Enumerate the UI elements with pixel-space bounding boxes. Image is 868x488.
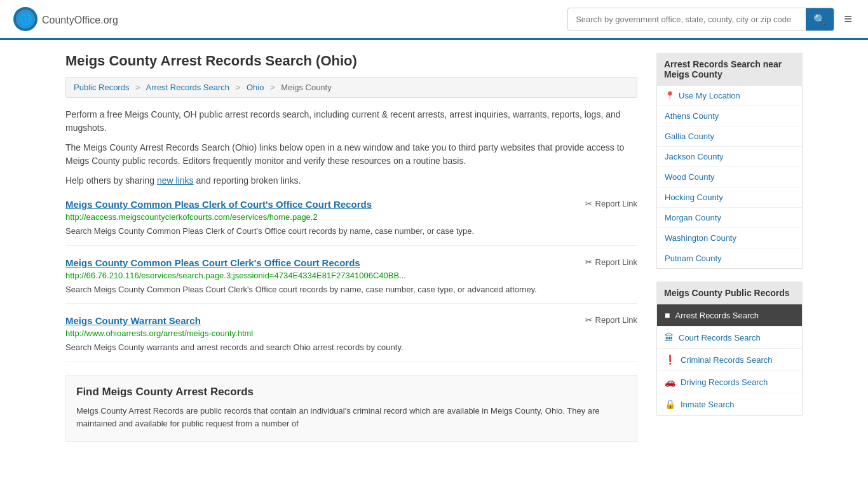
driving-icon: 🚗 [665,377,675,387]
breadcrumb-public-records[interactable]: Public Records [74,83,129,92]
scissors-icon-3: ✂ [585,315,592,325]
result-item-1: Meigs County Common Pleas Clerk of Court… [65,199,637,246]
breadcrumb-sep-2: > [236,83,241,92]
breadcrumb: Public Records > Arrest Records Search >… [65,77,637,98]
breadcrumb-sep-1: > [135,83,140,92]
nearby-section: Arrest Records Search near Meigs County … [656,53,803,269]
result-url-2: http://66.76.210.116/eservices/search.pa… [65,271,637,280]
report-link-3[interactable]: ✂ Report Link [585,315,637,325]
find-section: Find Meigs County Arrest Records Meigs C… [65,375,637,442]
nearby-county-0[interactable]: Athens County [657,106,802,126]
criminal-icon: ❗ [665,355,675,365]
record-item-inmate[interactable]: 🔒 Inmate Search [657,393,802,415]
public-records-heading: Meigs County Public Records [656,281,803,304]
header: 🌐 CountyOffice.org 🔍 ≡ [0,0,868,40]
hamburger-icon[interactable]: ≡ [841,8,855,30]
scissors-icon-1: ✂ [585,199,592,208]
result-desc-2: Search Meigs County Common Pleas Court C… [65,283,637,296]
inmate-icon: 🔒 [665,399,675,409]
find-section-title: Find Meigs County Arrest Records [76,386,627,398]
search-input[interactable] [568,10,806,29]
result-title-3[interactable]: Meigs County Warrant Search [65,315,201,326]
result-title-2[interactable]: Meigs County Common Pleas Court Clerk's … [65,257,360,268]
breadcrumb-ohio[interactable]: Ohio [247,83,264,92]
nearby-county-7[interactable]: Putnam County [657,248,802,268]
content-area: Meigs County Arrest Records Search (Ohio… [65,53,637,442]
sidebar: Arrest Records Search near Meigs County … [656,53,803,442]
nearby-county-2[interactable]: Jackson County [657,147,802,167]
logo-text: CountyOffice.org [42,12,118,27]
record-item-criminal[interactable]: ❗ Criminal Records Search [657,349,802,371]
sidebar-records: ■ Arrest Records Search 🏛 Court Records … [656,304,803,416]
nearby-county-3[interactable]: Wood County [657,167,802,187]
breadcrumb-current: Meigs County [281,83,331,92]
find-section-text: Meigs County Arrest Records are public r… [76,405,627,431]
breadcrumb-arrest-records[interactable]: Arrest Records Search [146,83,230,92]
new-links-link[interactable]: new links [157,175,194,186]
search-button[interactable]: 🔍 [806,8,834,30]
description-1: Perform a free Meigs County, OH public a… [65,108,637,135]
header-right: 🔍 ≡ [567,8,855,31]
nearby-heading: Arrest Records Search near Meigs County [656,53,803,86]
result-header-3: Meigs County Warrant Search ✂ Report Lin… [65,315,637,326]
court-icon: 🏛 [665,332,674,342]
description-3: Help others by sharing new links and rep… [65,174,637,187]
main-container: Meigs County Arrest Records Search (Ohio… [53,40,815,454]
result-header-2: Meigs County Common Pleas Court Clerk's … [65,257,637,268]
result-desc-1: Search Meigs County Common Pleas Clerk o… [65,225,637,238]
use-my-location-link[interactable]: 📍 Use My Location [657,86,802,106]
nearby-county-4[interactable]: Hocking County [657,187,802,208]
result-header-1: Meigs County Common Pleas Clerk of Court… [65,199,637,210]
search-bar: 🔍 [567,8,834,31]
record-item-arrest[interactable]: ■ Arrest Records Search [657,304,802,327]
logo-area: 🌐 CountyOffice.org [13,6,118,32]
result-title-1[interactable]: Meigs County Common Pleas Clerk of Court… [65,199,372,210]
record-item-driving[interactable]: 🚗 Driving Records Search [657,371,802,393]
report-link-1[interactable]: ✂ Report Link [585,199,637,208]
result-desc-3: Search Meigs County warrants and arrest … [65,341,637,354]
logo-icon: 🌐 [13,6,38,32]
record-item-court[interactable]: 🏛 Court Records Search [657,327,802,349]
nearby-links: 📍 Use My Location Athens County Gallia C… [656,86,803,269]
nearby-county-6[interactable]: Washington County [657,228,802,248]
report-link-2[interactable]: ✂ Report Link [585,257,637,267]
result-url-3: http://www.ohioarrests.org/arrest/meigs-… [65,329,637,338]
result-item-2: Meigs County Common Pleas Court Clerk's … [65,257,637,304]
scissors-icon-2: ✂ [585,257,592,267]
location-icon: 📍 [665,91,675,100]
svg-text:🌐: 🌐 [18,12,33,26]
result-url-1: http://eaccess.meigscountyclerkofcourts.… [65,212,637,222]
nearby-county-5[interactable]: Morgan County [657,208,802,228]
description-2: The Meigs County Arrest Records Search (… [65,141,637,168]
nearby-county-1[interactable]: Gallia County [657,126,802,147]
page-title: Meigs County Arrest Records Search (Ohio… [65,53,637,69]
arrest-icon: ■ [665,310,670,320]
breadcrumb-sep-3: > [270,83,275,92]
result-item-3: Meigs County Warrant Search ✂ Report Lin… [65,315,637,362]
public-records-section: Meigs County Public Records ■ Arrest Rec… [656,281,803,416]
